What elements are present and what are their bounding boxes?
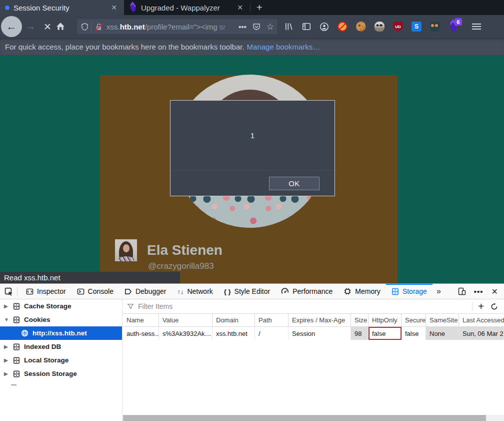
column-header-httponly[interactable]: HttpOnly [368, 314, 402, 326]
cookie-table-row[interactable]: auth-sess… s%3Ak3932Ak… xss.htb.net / Se… [123, 327, 504, 340]
expander-expanded-icon[interactable]: ▼ [4, 317, 9, 322]
bookmark-star-icon[interactable]: ☆ [266, 22, 274, 32]
sidebar-item-session-storage[interactable]: ▶ Session Storage [0, 367, 122, 380]
ok-button[interactable]: OK [269, 177, 320, 190]
url-text: xss.htb.net/profile?email="><img sr [106, 23, 226, 31]
cell-samesite[interactable]: None [426, 327, 459, 340]
column-header-secure[interactable]: Secure [402, 314, 426, 326]
horizontal-scrollbar [123, 415, 504, 421]
tab-wappalyzer[interactable]: Upgraded - Wappalyzer ✕ [124, 0, 250, 15]
sidebar-item-cookies[interactable]: ▼ Cookies [0, 313, 122, 326]
tab-performance[interactable]: Performance [276, 284, 338, 299]
tab-inspector[interactable]: Inspector [20, 284, 72, 299]
globe-icon [21, 329, 28, 337]
wappalyzer-badge: 6 [454, 18, 462, 26]
httponly-highlight-annotation [368, 327, 402, 340]
table-header-row: Name Value Domain Path Expires / Max-Age… [123, 314, 504, 327]
braces-icon: { } [224, 288, 231, 295]
page-actions-menu[interactable]: ••• [238, 23, 246, 31]
profile-name: Ela Stienen [147, 242, 222, 258]
horizontal-scrollbar-thumb[interactable] [123, 415, 486, 421]
cell-expires[interactable]: Session [288, 327, 351, 340]
cell-domain[interactable]: xss.htb.net [212, 327, 255, 340]
expander-collapsed-icon[interactable]: ▶ [4, 357, 9, 363]
cell-name[interactable]: auth-sess… [123, 327, 159, 340]
tracking-protection-shield-icon[interactable] [81, 23, 88, 31]
column-header-value[interactable]: Value [159, 314, 212, 326]
bookmarks-hint-text: For quick access, place your bookmarks h… [5, 43, 244, 51]
sidebar-item-cache-storage[interactable]: ▶ Cache Storage [0, 299, 122, 313]
new-tab-button[interactable]: + [250, 0, 268, 15]
cell-value[interactable]: s%3Ak3932Ak… [159, 327, 212, 340]
tab-storage[interactable]: Storage [386, 284, 432, 299]
more-tabs-button[interactable]: » [432, 284, 445, 299]
tab-close-icon[interactable]: ✕ [109, 4, 119, 12]
wappalyzer-favicon-icon [129, 4, 137, 12]
filter-items-input[interactable] [138, 302, 288, 310]
tab-session-security[interactable]: Session Security ✕ [0, 0, 124, 15]
cell-secure[interactable]: false [402, 327, 426, 340]
tab-favicon-dot [5, 6, 10, 10]
column-header-domain[interactable]: Domain [212, 314, 255, 326]
cell-path[interactable]: / [255, 327, 288, 340]
column-header-size[interactable]: Size [351, 314, 368, 326]
sidebar-item-local-storage[interactable]: ▶ Local Storage [0, 353, 122, 367]
sidebar-toggle-icon[interactable] [302, 22, 311, 31]
storage-sidebar: ▶ Cache Storage ▼ Cookies http://xss.htb… [0, 299, 122, 421]
expander-collapsed-icon[interactable]: ▶ [4, 371, 9, 376]
cookie-manager-extension-icon[interactable] [356, 22, 366, 32]
account-icon[interactable] [320, 22, 329, 32]
cell-last-accessed[interactable]: Sun, 06 Mar 20 [459, 327, 504, 340]
column-header-last-accessed[interactable]: Last Accessed [459, 314, 504, 326]
tab-title: Upgraded - Wappalyzer [141, 4, 231, 12]
tab-close-icon[interactable]: ✕ [235, 4, 245, 12]
column-header-samesite[interactable]: SameSite [426, 314, 459, 326]
filter-row: + [123, 299, 504, 314]
responsive-design-mode-icon[interactable] [458, 287, 466, 295]
content-blocker-extension-icon[interactable] [338, 22, 348, 32]
devtools-toolbar: Inspector Console Debugger ↑↓ Network { … [0, 284, 504, 299]
storage-table-panel: + Name Value Domain Path Expires / Max-A… [123, 299, 504, 421]
devtools-close-button[interactable]: ✕ [492, 287, 498, 296]
profile-avatar-thumbnail [115, 239, 137, 261]
refresh-items-button[interactable] [490, 303, 504, 310]
manage-bookmarks-link[interactable]: Manage bookmarks… [247, 43, 320, 51]
storage-type-icon [13, 370, 20, 377]
column-header-path[interactable]: Path [255, 314, 288, 326]
sidebar-partial-item [11, 384, 16, 385]
column-header-expires[interactable]: Expires / Max-Age [288, 314, 351, 326]
back-button[interactable]: ← [1, 16, 22, 37]
storage-type-icon [13, 357, 20, 364]
bookmarks-toolbar: For quick access, place your bookmarks h… [0, 38, 504, 55]
user-agent-spy-extension-icon[interactable] [430, 22, 440, 32]
page-viewport: 1 OK Ela Stienen @crazygorilla983 [0, 55, 504, 283]
storage-type-icon [13, 316, 20, 323]
wappalyzer-extension-icon[interactable]: 6 [448, 22, 458, 32]
tab-console[interactable]: Console [72, 284, 119, 299]
tab-memory[interactable]: Memory [338, 284, 386, 299]
devtools-menu-button[interactable]: ••• [474, 287, 484, 296]
tab-debugger[interactable]: Debugger [119, 284, 172, 299]
home-button[interactable] [56, 22, 73, 31]
expander-collapsed-icon[interactable]: ▶ [4, 303, 9, 309]
pick-element-button[interactable] [0, 287, 17, 296]
address-bar[interactable]: xss.htb.net/profile?email="><img sr ••• … [77, 19, 277, 34]
alert-message: 1 [170, 101, 334, 170]
forward-button[interactable]: → [22, 21, 39, 32]
stop-button[interactable]: ✕ [39, 21, 56, 33]
cell-size[interactable]: 98 [351, 327, 368, 340]
ud-shield-extension-icon[interactable]: UD [393, 22, 403, 32]
expander-collapsed-icon[interactable]: ▶ [4, 344, 9, 349]
column-header-name[interactable]: Name [123, 314, 159, 326]
library-icon[interactable] [284, 22, 294, 31]
insecure-lock-icon[interactable] [95, 23, 103, 31]
privacy-badger-extension-icon[interactable] [374, 22, 384, 32]
add-item-button[interactable]: + [472, 301, 490, 312]
tab-style-editor[interactable]: { } Style Editor [218, 284, 276, 299]
s-extension-icon[interactable]: S [412, 22, 422, 32]
tab-network[interactable]: ↑↓ Network [172, 284, 218, 299]
sidebar-item-cookie-host[interactable]: http://xss.htb.net [0, 326, 122, 340]
menu-button[interactable] [472, 22, 481, 31]
sidebar-item-indexed-db[interactable]: ▶ Indexed DB [0, 340, 122, 353]
pocket-save-icon[interactable] [252, 23, 260, 31]
